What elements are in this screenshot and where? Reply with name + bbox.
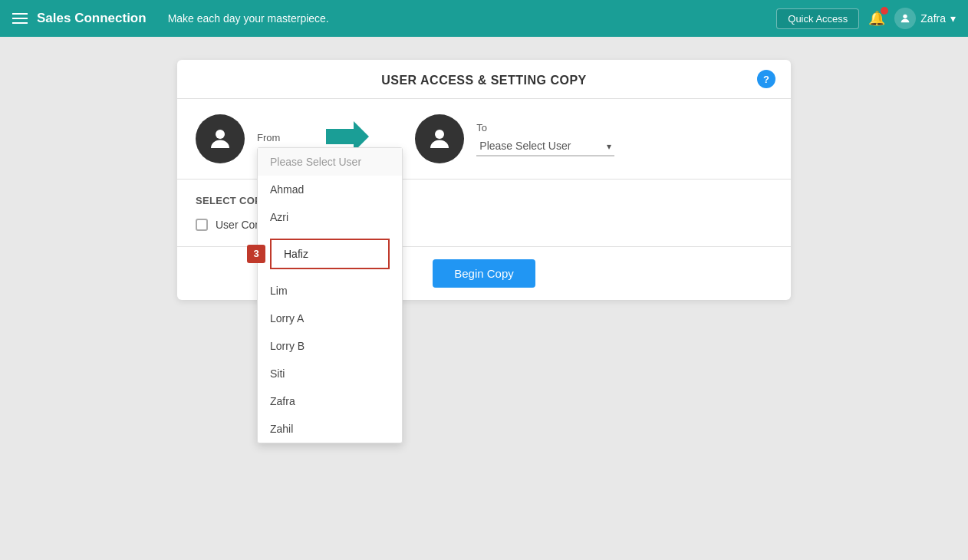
dropdown-item-zafra[interactable]: Zafra bbox=[258, 387, 402, 415]
to-select-wrapper: Please Select User ▾ bbox=[476, 137, 614, 156]
header: Sales Connection Make each day your mast… bbox=[0, 0, 968, 37]
header-tagline: Make each day your masterpiece. bbox=[168, 12, 768, 25]
from-section: From Please Select User Ahmad Azri 3 Haf… bbox=[196, 114, 280, 163]
dropdown-item-lorry-a[interactable]: Lorry A bbox=[258, 305, 402, 332]
svg-point-3 bbox=[435, 130, 444, 139]
from-dropdown-menu: Please Select User Ahmad Azri 3 Hafiz Li… bbox=[257, 147, 403, 443]
to-user-select[interactable]: Please Select User bbox=[476, 137, 614, 156]
begin-copy-button[interactable]: Begin Copy bbox=[433, 259, 535, 288]
to-avatar bbox=[415, 114, 464, 163]
user-section: From Please Select User Ahmad Azri 3 Haf… bbox=[177, 99, 791, 180]
notifications-bell-icon[interactable]: 🔔 bbox=[868, 10, 885, 27]
dropdown-item-placeholder[interactable]: Please Select User bbox=[258, 148, 402, 176]
dropdown-item-zahil[interactable]: Zahil bbox=[258, 415, 402, 443]
user-config-checkbox[interactable] bbox=[196, 219, 208, 231]
quick-access-button[interactable]: Quick Access bbox=[776, 8, 859, 29]
dropdown-item-lorry-b[interactable]: Lorry B bbox=[258, 332, 402, 360]
dropdown-item-azri[interactable]: Azri bbox=[258, 203, 402, 231]
user-section-inner: From Please Select User Ahmad Azri 3 Haf… bbox=[196, 114, 772, 163]
user-menu-chevron: ▾ bbox=[950, 12, 956, 25]
notification-badge bbox=[881, 7, 888, 15]
svg-point-0 bbox=[904, 15, 907, 18]
dropdown-item-siti[interactable]: Siti bbox=[258, 360, 402, 387]
to-label: To bbox=[476, 122, 614, 133]
dropdown-item-hafiz-wrapper: 3 Hafiz bbox=[258, 231, 402, 277]
main-card: USER ACCESS & SETTING COPY ? From bbox=[177, 60, 791, 300]
dropdown-item-hafiz[interactable]: Hafiz bbox=[270, 239, 390, 269]
card-title: USER ACCESS & SETTING COPY bbox=[381, 74, 587, 87]
header-right: Quick Access 🔔 Zafra ▾ bbox=[776, 8, 956, 29]
dropdown-item-lim[interactable]: Lim bbox=[258, 277, 402, 305]
page-content: USER ACCESS & SETTING COPY ? From bbox=[0, 37, 968, 560]
from-label: From bbox=[257, 132, 280, 143]
user-name: Zafra bbox=[920, 12, 946, 25]
to-section: To Please Select User ▾ bbox=[415, 114, 614, 163]
from-avatar bbox=[196, 114, 245, 163]
svg-point-1 bbox=[216, 130, 225, 139]
help-icon[interactable]: ? bbox=[757, 70, 775, 88]
card-header: USER ACCESS & SETTING COPY ? bbox=[177, 60, 791, 99]
app-title: Sales Connection bbox=[37, 11, 147, 26]
dropdown-item-ahmad[interactable]: Ahmad bbox=[258, 176, 402, 203]
user-avatar-icon bbox=[894, 8, 916, 29]
user-menu[interactable]: Zafra ▾ bbox=[894, 8, 956, 29]
hamburger-menu-icon[interactable] bbox=[12, 13, 28, 24]
to-select-container: To Please Select User ▾ bbox=[476, 122, 614, 156]
step-badge: 3 bbox=[247, 245, 265, 263]
from-select-wrapper: From Please Select User Ahmad Azri 3 Haf… bbox=[257, 132, 280, 147]
